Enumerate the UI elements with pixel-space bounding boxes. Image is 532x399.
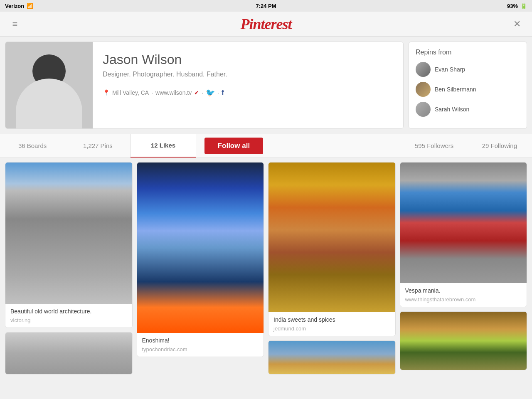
close-icon: ✕ [513, 19, 521, 29]
pin-card-village[interactable]: Beautiful old world architecture. victor… [5, 162, 133, 328]
repin-item-sarah[interactable]: Sarah Wilson [416, 102, 520, 117]
meta-separator: · [151, 89, 153, 96]
pin-desc-vespa: Vespa mania. [400, 283, 527, 296]
pin-image-tower [137, 163, 264, 333]
profile-website[interactable]: www.wilson.tv [155, 89, 192, 96]
facebook-icon[interactable]: f [222, 89, 224, 97]
pin-card-person[interactable] [268, 340, 396, 374]
status-left: Verizon 📶 [5, 3, 33, 9]
repin-name-ben: Ben Silbermann [435, 86, 476, 93]
following-count[interactable]: 29 Following [467, 134, 532, 158]
repins-title: Repins from [416, 49, 520, 56]
profile-location: Mill Valley, CA [112, 89, 149, 96]
pin-column-1: Beautiful old world architecture. victor… [5, 162, 133, 374]
follow-all-button[interactable]: Follow all [204, 138, 263, 154]
profile-bio: Designer. Photographer. Husband. Father. [103, 71, 393, 78]
pin-source-vespa: www.thingsthatarebrown.com [400, 296, 527, 307]
pin-image-christmas [400, 312, 527, 370]
pin-image-clock [5, 332, 132, 374]
pin-card-clock[interactable] [5, 332, 133, 374]
pinterest-logo: Pinterest [23, 15, 509, 33]
pin-source-spices: jedmund.com [268, 325, 395, 336]
pin-source-village: victor.ng [5, 316, 132, 328]
pin-card-christmas[interactable] [400, 311, 527, 370]
pin-card-tower[interactable]: Enoshima! typochondriac.com [137, 162, 264, 357]
battery-icon: 🔋 [520, 3, 527, 9]
pin-desc-spices: India sweets and spices [268, 312, 395, 325]
profile-area: Jason Wilson Designer. Photographer. Hus… [0, 37, 532, 134]
avatar-image [5, 42, 93, 128]
repin-avatar-sarah [416, 102, 431, 117]
close-button[interactable]: ✕ [509, 19, 525, 30]
status-bar: Verizon 📶 7:24 PM 93% 🔋 [0, 0, 532, 12]
pin-card-vespa[interactable]: Vespa mania. www.thingsthatarebrown.com [400, 162, 527, 307]
meta-dot2: · [217, 89, 219, 96]
repin-avatar-evan [416, 62, 431, 77]
profile-card: Jason Wilson Designer. Photographer. Hus… [5, 42, 404, 129]
avatar [5, 42, 93, 128]
pin-image-village [5, 163, 132, 304]
carrier-label: Verizon [5, 3, 24, 9]
repin-name-evan: Evan Sharp [435, 66, 465, 73]
profile-info: Jason Wilson Designer. Photographer. Hus… [93, 42, 403, 128]
pin-image-person [268, 341, 395, 374]
menu-button[interactable]: ≡ [7, 19, 23, 30]
pin-column-2: Enoshima! typochondriac.com [137, 162, 264, 374]
repins-card: Repins from Evan Sharp Ben Silbermann Sa… [409, 42, 527, 129]
battery-label: 93% [507, 3, 518, 9]
boards-tab[interactable]: 36 Boards [0, 134, 65, 158]
repin-item-ben[interactable]: Ben Silbermann [416, 82, 520, 97]
pin-column-4: Vespa mania. www.thingsthatarebrown.com [400, 162, 527, 374]
twitter-icon[interactable]: 🐦 [206, 88, 215, 97]
pin-column-3: India sweets and spices jedmund.com [268, 162, 396, 374]
status-time: 7:24 PM [256, 3, 276, 9]
nav-bar: ≡ Pinterest ✕ [0, 12, 532, 37]
pin-image-vespa [400, 163, 527, 283]
meta-dot1: · [202, 89, 203, 96]
repin-item[interactable]: Evan Sharp [416, 62, 520, 77]
stats-bar: 36 Boards 1,227 Pins 12 Likes Follow all… [0, 134, 532, 158]
hamburger-icon: ≡ [12, 19, 18, 29]
profile-meta: 📍 Mill Valley, CA · www.wilson.tv ✔ · 🐦 … [103, 88, 393, 97]
verified-icon: ✔ [194, 89, 199, 96]
pins-grid: Beautiful old world architecture. victor… [0, 158, 532, 379]
pins-tab[interactable]: 1,227 Pins [65, 134, 131, 158]
status-right: 93% 🔋 [507, 3, 527, 9]
repin-name-sarah: Sarah Wilson [435, 106, 469, 113]
profile-name: Jason Wilson [103, 52, 393, 67]
likes-tab[interactable]: 12 Likes [131, 134, 196, 158]
pin-image-spices [268, 163, 395, 312]
pin-source-tower: typochondriac.com [137, 345, 264, 357]
wifi-icon: 📶 [27, 3, 33, 9]
location-icon: 📍 [103, 89, 110, 96]
pin-desc-tower: Enoshima! [137, 333, 264, 345]
repin-avatar-ben [416, 82, 431, 97]
followers-count[interactable]: 595 Followers [402, 134, 467, 158]
pin-desc-village: Beautiful old world architecture. [5, 304, 132, 316]
pin-card-spices[interactable]: India sweets and spices jedmund.com [268, 162, 396, 336]
